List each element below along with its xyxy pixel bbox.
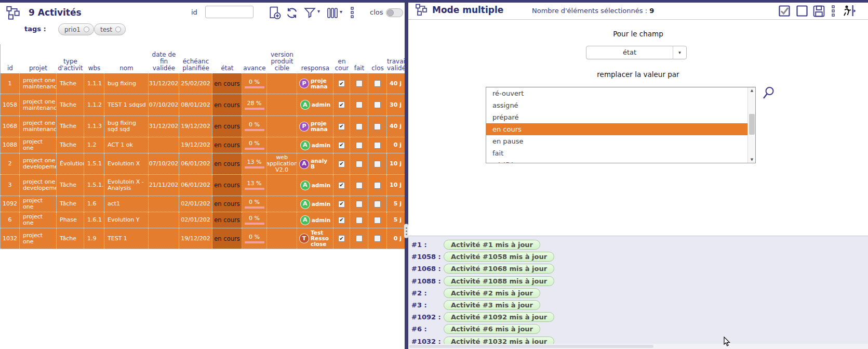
cell-type: Tâche: [57, 228, 84, 249]
en-cours-checkbox[interactable]: ✔: [338, 80, 345, 87]
responsable-name: admin: [312, 217, 331, 223]
table-row[interactable]: 2project one - developementÉvolution1.5.…: [1, 153, 405, 175]
fait-checkbox[interactable]: [356, 123, 363, 130]
fait-checkbox[interactable]: [356, 161, 363, 167]
clos-toggle[interactable]: [386, 8, 403, 17]
field-select-value[interactable]: état: [586, 46, 673, 59]
save-button[interactable]: [812, 5, 825, 18]
clos-checkbox[interactable]: [374, 235, 381, 242]
fait-checkbox[interactable]: [356, 182, 363, 189]
column-header-type[interactable]: type d'activit: [57, 58, 84, 73]
table-row[interactable]: 1project one - maintenanceTâche1.1.1bug …: [1, 73, 405, 94]
en-cours-checkbox[interactable]: ✔: [338, 101, 345, 108]
field-select[interactable]: état ▾: [586, 46, 687, 59]
fait-checkbox[interactable]: [356, 235, 363, 242]
tag-pill[interactable]: prio1: [58, 23, 94, 35]
table-row[interactable]: 6project onePhase1.6.1Evolution Y02/01/2…: [1, 212, 405, 228]
table-row[interactable]: 1088project oneTâche1.2ACT 1 ok19/12/202…: [1, 137, 405, 153]
column-header-id[interactable]: id: [1, 65, 20, 73]
fait-checkbox[interactable]: [356, 201, 363, 208]
result-row: #2 :Activité #2 mis à jour: [411, 287, 868, 299]
table-row[interactable]: 1092project oneTâche1.6act102/01/202en c…: [1, 196, 405, 212]
cell-avance: 0 %: [242, 196, 267, 212]
column-header-avance[interactable]: avance: [242, 65, 267, 73]
result-id-label: #3 :: [411, 301, 444, 309]
clos-checkbox[interactable]: [374, 142, 381, 149]
column-header-date_fin[interactable]: date de fin validée: [149, 51, 179, 73]
deselect-all-button[interactable]: [796, 5, 808, 17]
horizontal-scrollbar[interactable]: [408, 344, 868, 349]
table-row[interactable]: 3project one - developementTâche1.5.1.Ev…: [1, 175, 405, 196]
column-header-version[interactable]: version produit cible: [267, 51, 297, 73]
clos-checkbox[interactable]: [374, 101, 381, 108]
columns-caret-icon[interactable]: ▾: [340, 9, 342, 15]
cell-responsable: Aanaly B: [297, 153, 333, 174]
horizontal-scrollbar-thumb[interactable]: [409, 345, 653, 348]
fait-checkbox[interactable]: [356, 101, 363, 108]
column-header-resp[interactable]: responsa: [297, 65, 333, 73]
cell-type: Tâche: [57, 196, 84, 212]
filter-caret-icon[interactable]: ▾: [317, 8, 320, 14]
field-select-caret-icon[interactable]: ▾: [673, 46, 686, 59]
table-row[interactable]: 1032project oneTâche1.9TEST 119/12/202en…: [1, 228, 405, 249]
more-options-button[interactable]: [350, 7, 354, 18]
column-header-etat[interactable]: état: [212, 65, 242, 73]
listbox-option[interactable]: vérifié: [486, 159, 747, 163]
cell-travail-valide: 0 j: [387, 137, 405, 153]
filter-button[interactable]: ▾: [303, 6, 320, 19]
listbox-scrollbar[interactable]: ▲ ▼: [747, 87, 755, 163]
clos-checkbox[interactable]: [374, 161, 381, 167]
fait-checkbox[interactable]: [356, 80, 363, 87]
clos-checkbox[interactable]: [374, 123, 381, 130]
clos-checkbox[interactable]: [374, 201, 381, 208]
result-row: #1058 :Activité #1058 mis à jour: [411, 251, 868, 263]
en-cours-checkbox[interactable]: ✔: [338, 201, 345, 208]
exit-multiple-mode-button[interactable]: [842, 4, 856, 18]
avance-progressbar: [245, 223, 264, 225]
listbox-scrollbar-thumb[interactable]: [749, 114, 755, 135]
column-header-clos[interactable]: clos: [368, 65, 387, 73]
listbox-option[interactable]: assigné: [486, 99, 747, 111]
en-cours-checkbox[interactable]: ✔: [338, 161, 345, 167]
columns-button[interactable]: ▾: [326, 7, 342, 19]
cell-avance: 0 %: [242, 228, 267, 249]
select-all-button[interactable]: [778, 5, 791, 17]
fait-checkbox[interactable]: [356, 142, 363, 149]
listbox-option[interactable]: fait: [486, 147, 747, 159]
id-filter-input[interactable]: [205, 6, 253, 18]
column-header-travail[interactable]: travai validé: [387, 58, 405, 73]
column-header-wbs[interactable]: wbs: [84, 65, 104, 73]
column-header-nom[interactable]: nom: [104, 65, 149, 73]
table-row[interactable]: 1068project one - maintenanceTâche1.1.3b…: [1, 116, 405, 137]
listbox-option[interactable]: préparé: [486, 111, 747, 123]
tag-pill[interactable]: test: [94, 23, 126, 35]
listbox-option[interactable]: en cours: [486, 123, 747, 135]
cell-wbs: 1.5.1.: [84, 175, 104, 196]
more-options-button-right[interactable]: [831, 5, 835, 17]
cell-responsable: Aadmin: [297, 196, 333, 212]
clos-checkbox[interactable]: [374, 80, 381, 87]
en-cours-checkbox[interactable]: ✔: [338, 235, 345, 242]
table-row[interactable]: 1058project one - maintenanceTâche1.1.2T…: [1, 94, 405, 116]
en-cours-checkbox[interactable]: ✔: [338, 182, 345, 189]
tag-toggle-icon[interactable]: [84, 27, 89, 32]
scroll-down-icon[interactable]: ▼: [748, 157, 756, 163]
scroll-up-icon[interactable]: ▲: [748, 87, 756, 94]
clos-checkbox[interactable]: [374, 182, 381, 189]
en-cours-checkbox[interactable]: ✔: [338, 142, 345, 149]
column-header-projet[interactable]: projet: [20, 65, 57, 73]
fait-checkbox[interactable]: [356, 217, 363, 224]
add-note-button[interactable]: [268, 6, 282, 20]
column-header-echeance[interactable]: échéanc planifiée: [179, 58, 212, 73]
column-header-fait[interactable]: fait: [350, 65, 368, 73]
clos-checkbox[interactable]: [374, 217, 381, 224]
tags-label: tags :: [24, 25, 46, 33]
listbox-option[interactable]: ré-ouvert: [486, 87, 747, 99]
column-header-en_cours[interactable]: en cour: [333, 58, 350, 73]
refresh-button[interactable]: [285, 6, 299, 20]
tag-toggle-icon[interactable]: [115, 27, 121, 32]
search-icon[interactable]: [762, 86, 776, 100]
en-cours-checkbox[interactable]: ✔: [338, 217, 345, 224]
listbox-option[interactable]: en pause: [486, 135, 747, 147]
en-cours-checkbox[interactable]: ✔: [338, 123, 345, 130]
